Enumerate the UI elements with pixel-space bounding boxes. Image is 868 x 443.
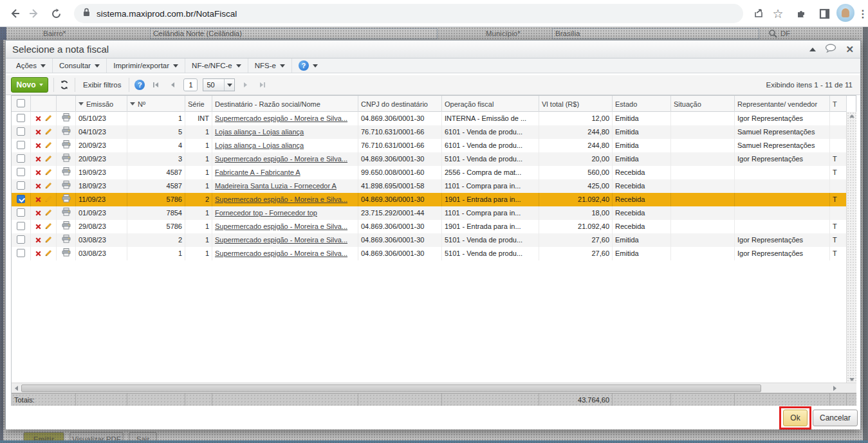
destinatario-link[interactable]: Supermercado espigão - Moreira e Silva..…: [215, 155, 347, 163]
column-header-numero[interactable]: Nº: [127, 96, 185, 112]
print-icon[interactable]: [62, 194, 71, 206]
menu-nfe-nfce[interactable]: NF-e/NFC-e: [185, 59, 248, 73]
novo-dropdown-caret[interactable]: [39, 84, 43, 86]
browser-menu-icon[interactable]: ⋮: [854, 5, 868, 22]
print-icon[interactable]: [62, 153, 71, 166]
destinatario-link[interactable]: Supermercado espigão - Moreira e Silva..…: [215, 114, 347, 122]
table-row[interactable]: 20/09/2341Lojas aliança - Lojas aliança7…: [12, 139, 846, 152]
address-bar[interactable]: sistema.maxiprod.com.br/NotaFiscal: [74, 4, 743, 23]
column-header-vl_total[interactable]: Vl total (R$): [539, 96, 613, 112]
row-checkbox[interactable]: [17, 195, 25, 203]
destinatario-link[interactable]: Supermercado espigão - Moreira e Silva..…: [215, 222, 347, 230]
vertical-scrollbar[interactable]: [846, 112, 856, 383]
print-icon[interactable]: [62, 234, 71, 247]
edit-icon[interactable]: [45, 113, 52, 125]
column-header-prn[interactable]: [57, 96, 76, 112]
column-header-operacao[interactable]: Operação fiscal: [442, 96, 539, 112]
forward-icon[interactable]: [26, 5, 42, 22]
next-page-icon[interactable]: [240, 79, 252, 91]
select-all-checkbox[interactable]: [17, 99, 25, 107]
delete-icon[interactable]: [35, 234, 41, 247]
table-row[interactable]: 05/10/231INTSupermercado espigão - Morei…: [12, 112, 846, 125]
menu-consultar[interactable]: Consultar: [53, 59, 107, 73]
row-checkbox[interactable]: [17, 208, 25, 217]
share-icon[interactable]: [750, 5, 767, 22]
print-icon[interactable]: [62, 207, 71, 220]
destinatario-link[interactable]: Madeireira Santa Luzia - Fornecedor A: [215, 182, 337, 190]
table-row[interactable]: 20/09/2331Supermercado espigão - Moreira…: [12, 152, 846, 166]
print-icon[interactable]: [62, 167, 71, 179]
delete-icon[interactable]: [35, 194, 41, 206]
destinatario-link[interactable]: Lojas aliança - Lojas aliança: [215, 128, 304, 136]
row-checkbox[interactable]: [17, 127, 25, 136]
delete-icon[interactable]: [35, 140, 41, 152]
table-row[interactable]: 01/09/2378541Fornecedor top - Fornecedor…: [12, 206, 846, 220]
print-icon[interactable]: [62, 113, 71, 125]
row-checkbox[interactable]: [17, 181, 25, 190]
column-header-serie[interactable]: Série: [185, 96, 212, 112]
destinatario-link[interactable]: Fabricante A - Fabricante A: [215, 168, 300, 176]
print-icon[interactable]: [62, 126, 71, 139]
table-row[interactable]: 18/09/2345871Madeireira Santa Luzia - Fo…: [12, 179, 846, 193]
exibir-filtros-button[interactable]: Exibir filtros: [80, 81, 124, 89]
prev-page-icon[interactable]: [167, 79, 178, 91]
destinatario-link[interactable]: Supermercado espigão - Moreira e Silva..…: [215, 236, 347, 244]
delete-icon[interactable]: [35, 126, 41, 139]
print-icon[interactable]: [62, 140, 71, 152]
horizontal-scrollbar[interactable]: [12, 383, 856, 393]
scroll-up-icon[interactable]: [849, 114, 854, 118]
edit-icon[interactable]: [45, 248, 52, 260]
table-row[interactable]: 03/08/2311Supermercado espigão - Moreira…: [12, 247, 846, 260]
column-header-sel[interactable]: [12, 96, 31, 112]
table-row[interactable]: 19/09/2345871Fabricante A - Fabricante A…: [12, 166, 846, 179]
last-page-icon[interactable]: [257, 79, 268, 91]
destinatario-link[interactable]: Supermercado espigão - Moreira e Silva..…: [215, 195, 347, 203]
column-header-representante[interactable]: Representante/ vendedor: [735, 96, 830, 112]
toolbar-help-icon[interactable]: ?: [134, 80, 145, 90]
destinatario-link[interactable]: Lojas aliança - Lojas aliança: [215, 141, 304, 149]
edit-icon[interactable]: [45, 167, 52, 179]
profile-avatar[interactable]: [836, 4, 854, 22]
edit-icon[interactable]: [45, 221, 52, 233]
delete-icon[interactable]: [35, 153, 41, 166]
column-header-estado[interactable]: Estado: [613, 96, 671, 112]
page-size-select[interactable]: 50: [203, 78, 235, 91]
page-number-input[interactable]: 1: [183, 78, 198, 91]
table-row[interactable]: 03/08/2321Supermercado espigão - Moreira…: [12, 233, 846, 247]
edit-icon[interactable]: [45, 180, 52, 193]
scroll-right-icon[interactable]: [833, 386, 836, 391]
column-header-act[interactable]: [31, 96, 57, 112]
print-icon[interactable]: [62, 221, 71, 233]
edit-icon[interactable]: [45, 207, 52, 220]
print-icon[interactable]: [62, 248, 71, 260]
destinatario-link[interactable]: Fornecedor top - Fornecedor top: [215, 209, 317, 217]
delete-icon[interactable]: [35, 221, 41, 233]
reload-icon[interactable]: [48, 5, 64, 22]
column-header-emissao[interactable]: Emissão: [76, 96, 127, 112]
first-page-icon[interactable]: [150, 79, 162, 91]
edit-icon[interactable]: [45, 194, 52, 206]
row-checkbox[interactable]: [17, 222, 25, 230]
delete-icon[interactable]: [35, 207, 41, 220]
cancel-button[interactable]: Cancelar: [813, 410, 858, 426]
collapse-icon[interactable]: [809, 48, 816, 51]
menu-nfse[interactable]: NFS-e: [248, 59, 292, 73]
delete-icon[interactable]: [35, 248, 41, 260]
destinatario-link[interactable]: Supermercado espigão - Moreira e Silva..…: [215, 249, 347, 257]
table-row[interactable]: 11/09/2357862Supermercado espigão - More…: [12, 193, 846, 206]
print-icon[interactable]: [62, 180, 71, 193]
edit-icon[interactable]: [45, 153, 52, 166]
scroll-down-icon[interactable]: [849, 378, 854, 381]
row-checkbox[interactable]: [17, 141, 25, 149]
row-checkbox[interactable]: [17, 235, 25, 244]
page-size-caret-icon[interactable]: [224, 79, 234, 91]
refresh-icon[interactable]: [59, 80, 69, 90]
edit-icon[interactable]: [45, 126, 52, 139]
sidepanel-icon[interactable]: [816, 5, 833, 22]
row-checkbox[interactable]: [17, 249, 25, 257]
column-header-destinatario[interactable]: Destinatário - Razão social/Nome: [212, 96, 358, 112]
row-checkbox[interactable]: [17, 154, 25, 163]
row-checkbox[interactable]: [17, 114, 25, 122]
table-row[interactable]: 04/10/2351Lojas aliança - Lojas aliança7…: [12, 125, 846, 139]
menu-help[interactable]: ?: [292, 59, 324, 73]
